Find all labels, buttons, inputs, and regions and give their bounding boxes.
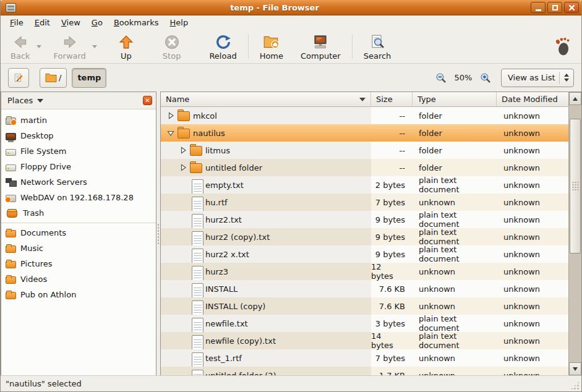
resize-grip[interactable] — [570, 381, 580, 390]
file-list-row[interactable]: untitled folder (2) 1.7 KB unknown unkno… — [161, 367, 568, 375]
view-mode-combo[interactable]: View as List — [501, 69, 574, 87]
file-list-row[interactable]: untitled folder -- folder unknown — [161, 159, 568, 176]
back-dropdown-icon[interactable] — [36, 45, 41, 48]
minimize-button[interactable] — [531, 2, 546, 13]
path-button-temp[interactable]: temp — [72, 68, 106, 88]
file-date-modified: unknown — [497, 176, 568, 194]
file-list-row[interactable]: hurz2 (copy).txt 9 bytes plain text docu… — [161, 228, 568, 245]
file-type: plain text document — [413, 245, 497, 263]
file-list-row[interactable]: hurz2.txt 9 bytes plain text document un… — [161, 211, 568, 228]
path-button-root[interactable]: / — [40, 68, 67, 88]
zoom-out-button[interactable] — [434, 71, 448, 85]
sidebar-item-floppy-drive[interactable]: Floppy Drive — [1, 159, 156, 174]
stop-button[interactable]: Stop — [156, 32, 187, 62]
row-expander[interactable] — [177, 147, 189, 154]
file-list-row[interactable]: hu.rtf 7 bytes unknown unknown — [161, 194, 568, 211]
sidebar-close-button[interactable]: ✕ — [143, 96, 152, 105]
column-header-date-modified[interactable]: Date Modified — [497, 92, 568, 107]
file-date-modified: unknown — [497, 107, 568, 124]
forward-dropdown-icon[interactable] — [92, 45, 97, 48]
forward-button[interactable]: Forward — [48, 32, 92, 62]
folder-s-icon — [6, 276, 16, 284]
scrollbar-trough[interactable] — [569, 105, 581, 362]
sidebar-item-network-servers[interactable]: Network Servers — [1, 174, 156, 190]
folder-s-icon — [6, 245, 16, 253]
titlebar[interactable]: temp - File Browser — [1, 0, 581, 15]
scrollbar-thumb[interactable] — [570, 119, 581, 254]
file-list-row[interactable]: newfile (copy).txt 14 bytes plain text d… — [161, 332, 568, 349]
sidebar-item-pub-on-athlon[interactable]: Pub on Athlon — [1, 287, 156, 302]
stop-icon — [164, 33, 180, 51]
close-button[interactable] — [564, 2, 579, 13]
file-size: -- — [371, 107, 413, 124]
menu-file[interactable]: File — [4, 16, 29, 29]
row-expander[interactable] — [165, 129, 177, 137]
scroll-down-button[interactable] — [569, 362, 581, 375]
sidebar-item-webdav-on-192-168-178-28[interactable]: WebDAV on 192.168.178.28 — [1, 190, 156, 205]
file-list-row[interactable]: hurz3 12 bytes unknown unknown — [161, 263, 568, 280]
combo-spinner-icon — [560, 74, 573, 82]
menu-edit[interactable]: Edit — [29, 16, 56, 29]
network-icon — [6, 178, 16, 187]
computer-button[interactable]: Computer — [294, 32, 347, 62]
file-date-modified: unknown — [497, 159, 568, 176]
sidebar-item-martin[interactable]: martin — [1, 113, 156, 128]
scroll-up-button[interactable] — [569, 92, 581, 105]
file-type: plain text document — [413, 211, 497, 228]
sidebar-item-pictures[interactable]: Pictures — [1, 256, 156, 271]
file-list-row[interactable]: nautilus -- folder unknown — [161, 124, 568, 142]
menu-bookmarks[interactable]: Bookmarks — [108, 16, 165, 29]
file-name: untitled folder (2) — [205, 371, 276, 376]
file-list-row[interactable]: hurz2 x.txt 9 bytes plain text document … — [161, 245, 568, 263]
file-list-view: Name Size Type Date Modified mkcol -- fo… — [160, 92, 581, 375]
places-list: martin Desktop File System Floppy Drive … — [1, 109, 156, 375]
file-date-modified: unknown — [497, 124, 568, 142]
sidebar-item-documents[interactable]: Documents — [1, 225, 156, 241]
sidebar-item-trash[interactable]: Trash — [1, 205, 156, 221]
sidebar-item-desktop[interactable]: Desktop — [1, 128, 156, 143]
file-list-row[interactable]: newfile.txt 3 bytes plain text document … — [161, 315, 568, 332]
row-expander[interactable] — [177, 164, 189, 171]
file-size: 12 bytes — [371, 263, 413, 280]
back-button[interactable]: Back — [4, 32, 36, 62]
file-size: 7 bytes — [371, 349, 413, 367]
text-file-icon — [189, 370, 203, 375]
file-name: INSTALL — [205, 284, 238, 294]
arrow-up-icon — [573, 97, 578, 101]
menu-go[interactable]: Go — [86, 16, 108, 29]
search-button[interactable]: Search — [357, 32, 398, 62]
file-name: hurz2 (copy).txt — [205, 232, 270, 242]
maximize-button[interactable] — [547, 2, 562, 13]
file-name: hurz2.txt — [205, 215, 242, 224]
homefolder-icon — [6, 117, 16, 125]
column-header-name[interactable]: Name — [161, 92, 371, 107]
home-button[interactable]: Home — [254, 32, 289, 62]
file-list-row[interactable]: mkcol -- folder unknown — [161, 107, 568, 124]
sidebar-item-music[interactable]: Music — [1, 241, 156, 256]
file-list-row[interactable]: empty.txt 2 bytes plain text document un… — [161, 176, 568, 194]
zoom-out-icon — [435, 72, 447, 83]
sidebar-item-videos[interactable]: Videos — [1, 271, 156, 287]
file-list-row[interactable]: litmus -- folder unknown — [161, 142, 568, 159]
reload-button[interactable]: Reload — [203, 32, 242, 62]
file-browser-window: temp - File Browser File Edit View Go Bo… — [0, 0, 582, 392]
file-date-modified: unknown — [497, 315, 568, 332]
file-type: unknown — [413, 367, 497, 375]
places-header[interactable]: Places ✕ — [1, 92, 156, 109]
menu-help[interactable]: Help — [165, 16, 194, 29]
edit-location-button[interactable] — [8, 68, 29, 88]
file-size: -- — [371, 142, 413, 159]
column-header-size[interactable]: Size — [371, 92, 413, 107]
up-button[interactable]: Up — [112, 32, 140, 62]
sidebar-item-file-system[interactable]: File System — [1, 143, 156, 159]
file-list-row[interactable]: INSTALL (copy) 7.6 KB unknown unknown — [161, 297, 568, 315]
vertical-scrollbar[interactable] — [568, 92, 581, 375]
file-list-row[interactable]: test_1.rtf 7 bytes unknown unknown — [161, 349, 568, 367]
file-list-row[interactable]: INSTALL 7.6 KB unknown unknown — [161, 280, 568, 297]
column-header-type[interactable]: Type — [413, 92, 497, 107]
file-type: unknown — [413, 349, 497, 367]
file-type: folder — [413, 124, 497, 142]
zoom-in-button[interactable] — [479, 71, 492, 85]
menu-view[interactable]: View — [56, 16, 86, 29]
row-expander[interactable] — [165, 112, 177, 119]
